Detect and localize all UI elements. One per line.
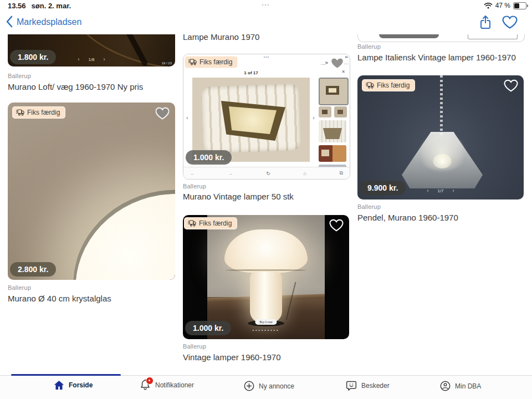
tab-notifikationer[interactable]: Notifikationer [140, 379, 194, 391]
save-heart-icon[interactable] [155, 107, 170, 120]
listing-title[interactable]: Murano Loft/ væg 1960-1970 Ny pris [8, 82, 143, 91]
fiks-faerdig-badge: Fiks færdig [12, 106, 65, 119]
listing-location: Ballerup [357, 43, 381, 50]
photo-counter: 16 / 23 [162, 62, 172, 65]
cut-button-fragment [468, 34, 518, 39]
tab-label: Forside [69, 381, 93, 389]
cut-pill-fragment [379, 34, 439, 38]
inner-page-indicator: 1 of 17 [183, 70, 319, 75]
chat-smiley-icon [346, 380, 357, 391]
inner-thumbnail [319, 78, 349, 105]
lamp-cap [224, 229, 308, 273]
price-badge: 1.000 kr. [185, 321, 231, 335]
lamp-chain [440, 75, 443, 137]
inner-windows-icon: ⧉ [340, 170, 343, 176]
price-badge: 1.000 kr. [186, 150, 232, 165]
home-icon [54, 380, 64, 390]
inner-refresh-icon: ↻ [266, 171, 270, 176]
inner-home-icon: ⌂ [303, 171, 306, 176]
truck-icon [366, 82, 374, 89]
multitask-handle-icon: ••• [0, 2, 532, 7]
battery-percent: 47 % [495, 2, 510, 9]
plus-circle-icon [244, 381, 254, 391]
listing-image-vintage-lamper[interactable]: Buy it now ••••••••• Fiks færdig 1.000 k… [183, 215, 349, 339]
prev-image-icon[interactable]: ‹ [427, 188, 428, 193]
pagination-label: 1/8 [88, 57, 94, 62]
app-screen: 13.56 søn. 2. mar. ••• 47 % Markedsplads… [0, 0, 532, 399]
lamp-stem [250, 272, 282, 323]
prev-image-icon[interactable]: ‹ [78, 57, 79, 62]
listing-title[interactable]: Murano Ø 40 cm krystalglas [8, 294, 111, 303]
listing-image-krystalglas[interactable]: Fiks færdig 2.800 kr. [8, 103, 175, 280]
inner-thumbnail [334, 106, 347, 117]
wifi-icon [484, 2, 493, 9]
inner-status-icons: ▾▪ [345, 55, 348, 59]
listing-image-pendel[interactable]: Fiks færdig 9.900 kr. ‹ 1/7 › [357, 75, 524, 200]
inner-thumbnail [319, 120, 346, 142]
fiks-faerdig-badge: Fiks færdig [185, 56, 238, 68]
back-chevron-icon[interactable] [6, 16, 13, 28]
pagination-label: 1/7 [437, 188, 443, 193]
inner-thumbnail [319, 145, 346, 162]
badge-label: Fiks færdig [377, 81, 410, 89]
inner-thumbnail [319, 106, 331, 117]
back-link[interactable]: Markedspladsen [17, 17, 81, 27]
battery-icon [513, 2, 526, 9]
inner-prev-icon: ‹ [186, 114, 188, 121]
price-badge: 2.800 kr. [10, 262, 56, 277]
tab-ny-annonce[interactable]: Ny annonce [244, 381, 294, 391]
share-icon[interactable] [479, 15, 492, 30]
save-heart-icon[interactable] [504, 79, 518, 93]
save-heart-icon[interactable] [330, 57, 344, 70]
truck-icon [16, 109, 24, 116]
fiks-faerdig-badge: Fiks færdig [184, 217, 237, 229]
bell-icon [140, 379, 151, 391]
image-pagination: ‹ 1/7 › [357, 188, 524, 193]
tab-forside[interactable]: Forside [54, 380, 93, 390]
listing-location: Ballerup [8, 284, 31, 291]
lamp-rim [226, 269, 306, 271]
listing-image-murano-loft[interactable]: 1.800 kr. ‹ 1/8 › 16 / 23 [8, 34, 175, 66]
profile-circle-icon [440, 381, 451, 391]
inner-close-icon: ✕ [341, 69, 345, 74]
listing-location: Ballerup [183, 183, 206, 190]
badge-label: Fiks færdig [200, 58, 232, 66]
inner-forward-icon: → [228, 171, 233, 176]
listing-location: Ballerup [357, 203, 381, 210]
listing-title[interactable]: Lampe Murano 1970 [183, 32, 259, 42]
buy-it-now-button[interactable]: Buy it now [255, 319, 277, 325]
truck-icon [188, 59, 197, 65]
listing-image-vintage50[interactable]: ••• ▾▪ DEUTSCH DANSK — 1 of 17 ✕ ‹ › [183, 54, 350, 180]
favorites-heart-icon[interactable] [502, 16, 518, 29]
save-heart-icon[interactable] [329, 219, 344, 232]
status-bar-right: 47 % [484, 2, 526, 9]
listing-location: Ballerup [8, 73, 31, 79]
inner-main-photo [192, 78, 310, 162]
next-image-icon[interactable]: › [104, 57, 105, 62]
tab-beskeder[interactable]: Beskeder [346, 380, 390, 391]
listing-image-italiensk-cut[interactable] [357, 34, 525, 42]
inner-browser-toolbar: ← → ↻ ⌂ ⧉ [183, 167, 350, 179]
fiks-faerdig-badge: Fiks færdig [362, 79, 415, 91]
active-tab-indicator [11, 374, 121, 376]
listing-location: Ballerup [183, 343, 206, 350]
inner-more-icon: ⋯ [344, 61, 349, 66]
listing-title[interactable]: Murano Vintage lamper 50 stk [183, 192, 294, 201]
tab-label: Min DBA [455, 382, 481, 390]
inner-next-icon: › [313, 114, 315, 121]
tab-label: Ny annonce [259, 382, 294, 390]
image-pagination: ‹ 1/8 › [8, 57, 175, 62]
tab-label: Notifikationer [155, 381, 194, 389]
next-image-icon[interactable]: › [453, 188, 454, 193]
lamp-bulb [433, 154, 452, 168]
truck-icon [188, 220, 196, 227]
listing-title[interactable]: Vintage lamper 1960-1970 [183, 352, 281, 362]
listing-title[interactable]: Pendel, Murano 1960-1970 [357, 213, 458, 222]
inner-back-icon: ← [190, 171, 195, 176]
tab-label: Beskeder [361, 382, 390, 390]
badge-label: Fiks færdig [27, 109, 60, 116]
tab-min-dba[interactable]: Min DBA [440, 381, 481, 391]
listing-title[interactable]: Lampe Italiensk Vintage lamper 1960-1970 [357, 53, 516, 62]
notification-badge [146, 377, 154, 385]
inner-flag-icon: ⚑ [325, 61, 329, 66]
